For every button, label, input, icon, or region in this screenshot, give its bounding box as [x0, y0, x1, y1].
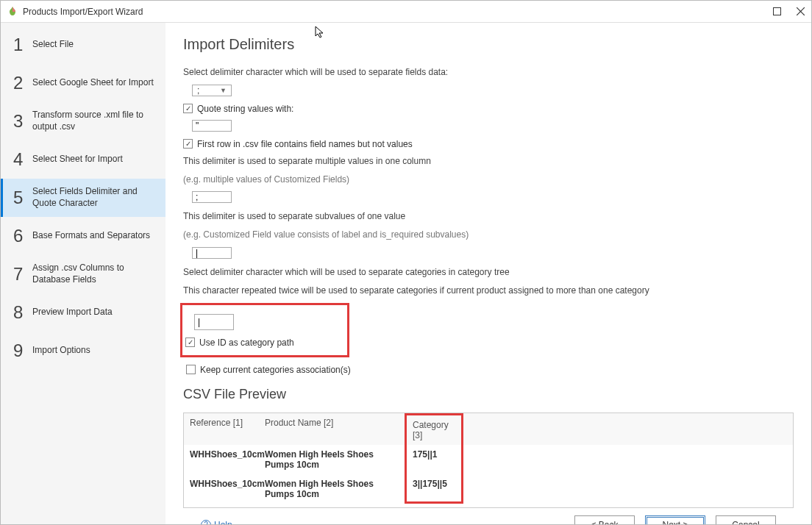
keep-categories-checkbox[interactable] — [186, 365, 196, 374]
quote-checkbox[interactable]: ✓ — [183, 104, 193, 113]
wizard-window: Products Import/Export Wizard 1Select Fi… — [0, 0, 812, 525]
help-link[interactable]: ? Help — [201, 520, 232, 524]
subvalue-text1: This delimiter is used to separate subva… — [183, 210, 794, 223]
field-delimiter-select[interactable]: ; ▼ — [192, 85, 232, 96]
chevron-down-icon: ▼ — [220, 87, 229, 94]
preview-header-category: Category [3] — [405, 413, 463, 445]
cancel-button[interactable]: Cancel — [716, 515, 776, 524]
category-delimiter-text1: Select delimiter character which will be… — [183, 266, 794, 279]
preview-header-reference: Reference [1] — [184, 413, 259, 445]
app-icon — [7, 6, 18, 18]
step-2[interactable]: 2Select Google Sheet for Import — [1, 64, 165, 102]
subvalue-delimiter-input[interactable] — [192, 247, 232, 259]
keep-categories-label: Keep current categories association(s) — [200, 365, 351, 375]
step-7[interactable]: 7Assign .csv Columns to Database Fields — [1, 255, 165, 293]
first-row-label: First row in .csv file contains field na… — [197, 139, 413, 149]
table-row: WHHShoes_10cm Women High Heels Shoes Pum… — [184, 445, 793, 474]
back-button[interactable]: < Back — [574, 515, 635, 524]
preview-header-product-name: Product Name [2] — [259, 413, 405, 445]
category-delimiter-input[interactable] — [194, 314, 234, 330]
step-8[interactable]: 8Preview Import Data — [1, 293, 165, 332]
window-controls — [772, 7, 805, 17]
svg-rect-0 — [773, 8, 780, 15]
footer-bar: ? Help < Back Next > Cancel — [183, 508, 794, 524]
multi-value-text2: (e.g. multiple values of Customized Fiel… — [183, 174, 794, 186]
quote-label: Quote string values with: — [197, 104, 293, 114]
first-row-checkbox[interactable]: ✓ — [183, 139, 193, 149]
step-5[interactable]: 5Select Fields Delimiter and Quote Chara… — [1, 179, 165, 217]
preview-title: CSV File Preview — [183, 387, 794, 402]
step-3[interactable]: 3Transform source .xml file to output .c… — [1, 102, 165, 140]
table-row: WHHShoes_10cm Women High Heels Shoes Pum… — [184, 474, 793, 504]
step-9[interactable]: 9Import Options — [1, 332, 165, 370]
delimiter-label: Select delimiter character which will be… — [183, 66, 794, 79]
step-1[interactable]: 1Select File — [1, 26, 165, 64]
wizard-steps-sidebar: 1Select File 2Select Google Sheet for Im… — [1, 23, 165, 524]
quote-char-input[interactable] — [192, 120, 232, 132]
csv-preview-table: Reference [1] Product Name [2] Category … — [183, 413, 794, 508]
multi-value-delimiter-input[interactable] — [192, 191, 232, 203]
page-title: Import Delimiters — [183, 36, 794, 53]
preview-header-row: Reference [1] Product Name [2] Category … — [184, 413, 793, 445]
maximize-icon[interactable] — [772, 7, 782, 17]
use-id-label: Use ID as category path — [199, 338, 294, 348]
use-id-checkbox[interactable]: ✓ — [185, 338, 195, 347]
window-title: Products Import/Export Wizard — [23, 7, 772, 17]
help-icon: ? — [201, 520, 211, 524]
multi-value-text1: This delimiter is used to separate multi… — [183, 155, 794, 168]
step-4[interactable]: 4Select Sheet for Import — [1, 140, 165, 179]
category-delimiter-text2: This character repeated twice will be us… — [183, 285, 794, 297]
step-6[interactable]: 6Base Formats and Separators — [1, 217, 165, 255]
close-icon[interactable] — [795, 7, 805, 17]
titlebar: Products Import/Export Wizard — [1, 1, 811, 23]
category-delimiter-highlight: ✓ Use ID as category path — [180, 303, 349, 357]
next-button[interactable]: Next > — [645, 515, 705, 524]
main-panel: Import Delimiters Select delimiter chara… — [165, 23, 811, 524]
subvalue-text2: (e.g. Customized Field value consists of… — [183, 229, 794, 241]
